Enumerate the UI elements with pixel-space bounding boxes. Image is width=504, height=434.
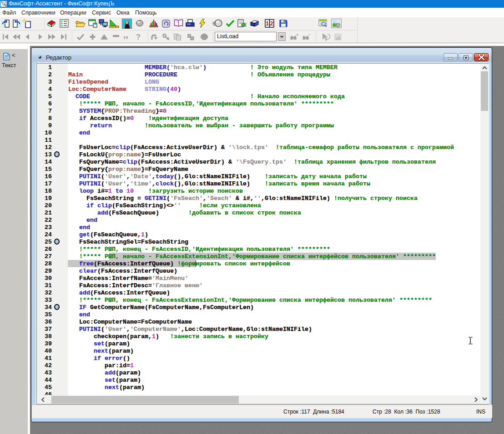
- svg-text:,,: ,,: [123, 34, 128, 40]
- svg-text:?: ?: [136, 34, 141, 40]
- svg-text:2: 2: [270, 20, 273, 27]
- svg-text:1: 1: [266, 20, 269, 27]
